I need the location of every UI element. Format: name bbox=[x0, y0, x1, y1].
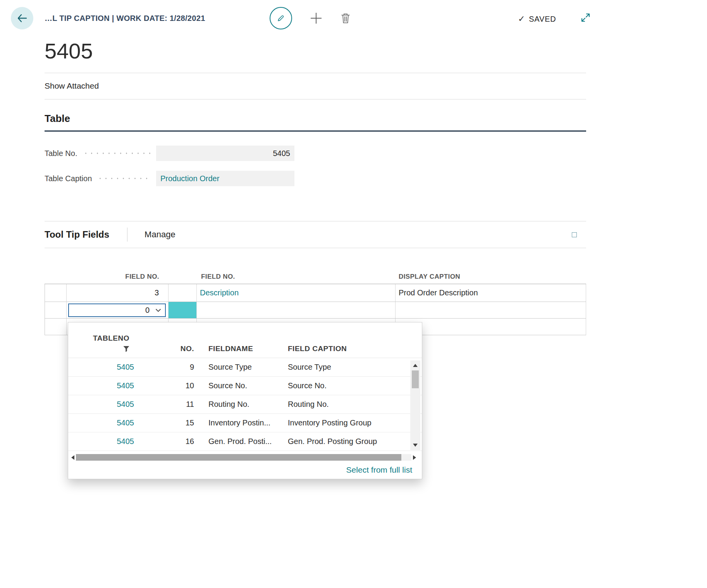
triangle-down-icon bbox=[413, 444, 418, 447]
tooltip-fields-title[interactable]: Tool Tip Fields bbox=[45, 229, 109, 240]
filter-funnel-icon[interactable] bbox=[123, 346, 130, 352]
save-status-label: SAVED bbox=[529, 15, 556, 24]
selected-cell[interactable] bbox=[169, 302, 197, 318]
lookup-caption-cell: Source Type bbox=[288, 363, 422, 372]
table-caption-field-row: Table Caption Production Order bbox=[45, 171, 586, 186]
pencil-icon bbox=[276, 14, 286, 23]
lookup-no-cell: 10 bbox=[134, 381, 194, 390]
table-no-input[interactable]: 5405 bbox=[156, 146, 294, 161]
lookup-tableno-link[interactable]: 5405 bbox=[68, 437, 134, 446]
delete-button[interactable] bbox=[340, 12, 351, 24]
new-button[interactable] bbox=[309, 11, 323, 25]
table-no-label: Table No. bbox=[45, 149, 77, 158]
vertical-scroll-thumb[interactable] bbox=[412, 370, 419, 388]
table-section-header[interactable]: Table bbox=[45, 113, 586, 132]
table-fields: Table No. 5405 Table Caption Production … bbox=[45, 146, 586, 186]
triangle-up-icon bbox=[413, 364, 418, 367]
dotted-leader bbox=[83, 153, 152, 154]
lookup-tableno-link[interactable]: 5405 bbox=[68, 418, 134, 427]
lookup-row[interactable]: 5405 15 Inventory Postin... Inventory Po… bbox=[68, 414, 422, 432]
scroll-down-button[interactable] bbox=[410, 440, 420, 450]
lookup-caption-cell: Source No. bbox=[288, 381, 422, 390]
field-no-cell[interactable]: 3 bbox=[67, 284, 169, 302]
empty-cell[interactable] bbox=[396, 302, 586, 318]
lookup-header-no[interactable]: NO. bbox=[161, 345, 194, 353]
chevron-down-icon bbox=[155, 309, 161, 312]
toolbar bbox=[270, 7, 351, 30]
table-no-field-row: Table No. 5405 bbox=[45, 146, 586, 161]
lookup-caption-cell: Gen. Prod. Posting Group bbox=[288, 437, 422, 446]
manage-menu[interactable]: Manage bbox=[144, 230, 175, 240]
lookup-fieldname-cell: Gen. Prod. Posti... bbox=[194, 437, 288, 446]
horizontal-scroll-track[interactable] bbox=[76, 454, 411, 461]
empty-cell[interactable] bbox=[396, 319, 586, 335]
table-section-title: Table bbox=[45, 113, 586, 125]
expand-arrows-icon bbox=[580, 12, 591, 23]
plus-icon bbox=[309, 11, 323, 25]
lookup-row[interactable]: 5405 16 Gen. Prod. Posti... Gen. Prod. P… bbox=[68, 432, 422, 451]
lookup-fieldname-cell: Inventory Postin... bbox=[194, 418, 288, 427]
lookup-header-fieldname[interactable]: FIELDNAME bbox=[208, 345, 253, 353]
breadcrumb: …L TIP CAPTION | WORK DATE: 1/28/2021 bbox=[45, 14, 205, 23]
row-selector-cell[interactable] bbox=[45, 319, 67, 335]
divider bbox=[45, 99, 586, 99]
lookup-no-cell: 9 bbox=[134, 363, 194, 372]
grid-row: 3 Description Prod Order Description bbox=[45, 284, 586, 302]
field-no-edit-cell: 0 bbox=[67, 302, 169, 318]
lookup-tableno-link[interactable]: 5405 bbox=[68, 363, 134, 372]
lookup-row[interactable]: 5405 11 Routing No. Routing No. bbox=[68, 395, 422, 414]
display-caption-cell[interactable]: Prod Order Description bbox=[396, 284, 586, 302]
edit-button[interactable] bbox=[270, 7, 292, 29]
lookup-fieldname-cell: Source No. bbox=[194, 381, 288, 390]
check-icon: ✓ bbox=[518, 14, 525, 24]
field-no-dropdown-value: 0 bbox=[145, 306, 150, 315]
lookup-fieldname-cell: Source Type bbox=[194, 363, 288, 372]
lookup-header-field-caption[interactable]: FIELD CAPTION bbox=[288, 345, 347, 353]
table-caption-label: Table Caption bbox=[45, 174, 92, 183]
scroll-up-button[interactable] bbox=[410, 360, 420, 370]
lookup-header-row: TABLENO NO. FIELDNAME FIELD CAPTION bbox=[68, 322, 422, 358]
lookup-row[interactable]: 5405 9 Source Type Source Type bbox=[68, 358, 422, 377]
lookup-tableno-link[interactable]: 5405 bbox=[68, 381, 134, 390]
divider bbox=[45, 73, 586, 73]
lookup-header-tableno[interactable]: TABLENO bbox=[93, 334, 129, 343]
lookup-cell[interactable] bbox=[169, 284, 197, 302]
field-lookup-popup: TABLENO NO. FIELDNAME FIELD CAPTION 5405… bbox=[68, 322, 422, 479]
lookup-caption-cell: Inventory Posting Group bbox=[288, 418, 422, 427]
row-selector-cell[interactable] bbox=[45, 302, 67, 318]
lookup-rows: 5405 9 Source Type Source Type 5405 10 S… bbox=[68, 358, 422, 451]
empty-cell[interactable] bbox=[197, 302, 396, 318]
horizontal-scrollbar[interactable] bbox=[71, 453, 416, 462]
trash-icon bbox=[340, 12, 351, 24]
expand-button[interactable] bbox=[580, 12, 591, 24]
column-header-field-name[interactable]: FIELD NO. bbox=[197, 273, 396, 281]
scroll-right-button[interactable] bbox=[413, 455, 416, 460]
focus-mode-icon[interactable] bbox=[572, 232, 577, 237]
field-name-link[interactable]: Description bbox=[197, 284, 396, 302]
back-arrow-icon bbox=[17, 14, 28, 23]
back-button[interactable] bbox=[11, 7, 33, 29]
lookup-row[interactable]: 5405 10 Source No. Source No. bbox=[68, 377, 422, 395]
scroll-left-button[interactable] bbox=[71, 455, 74, 460]
grid-header-row: FIELD NO. FIELD NO. DISPLAY CAPTION bbox=[45, 270, 586, 284]
show-attached-menu[interactable]: Show Attached bbox=[45, 73, 99, 99]
column-header-display-caption[interactable]: DISPLAY CAPTION bbox=[396, 273, 586, 281]
column-header-field-no[interactable]: FIELD NO. bbox=[67, 273, 169, 281]
lookup-fieldname-cell: Routing No. bbox=[194, 400, 288, 409]
lookup-caption-cell: Routing No. bbox=[288, 400, 422, 409]
dotted-leader bbox=[97, 178, 151, 179]
top-bar: …L TIP CAPTION | WORK DATE: 1/28/2021 ✓ … bbox=[0, 0, 707, 37]
tooltip-fields-header: Tool Tip Fields Manage bbox=[45, 221, 586, 248]
table-caption-link[interactable]: Production Order bbox=[156, 171, 294, 186]
page-title: 5405 bbox=[45, 38, 586, 63]
lookup-no-cell: 11 bbox=[134, 400, 194, 409]
vertical-divider bbox=[127, 228, 127, 242]
lookup-tableno-link[interactable]: 5405 bbox=[68, 400, 134, 409]
lookup-no-cell: 15 bbox=[134, 418, 194, 427]
horizontal-scroll-thumb[interactable] bbox=[76, 454, 401, 461]
vertical-scrollbar[interactable] bbox=[410, 360, 420, 450]
row-selector-cell[interactable] bbox=[45, 284, 67, 302]
save-status: ✓ SAVED bbox=[518, 14, 556, 24]
field-no-dropdown[interactable]: 0 bbox=[68, 303, 166, 317]
select-from-full-list-link[interactable]: Select from full list bbox=[346, 465, 412, 475]
